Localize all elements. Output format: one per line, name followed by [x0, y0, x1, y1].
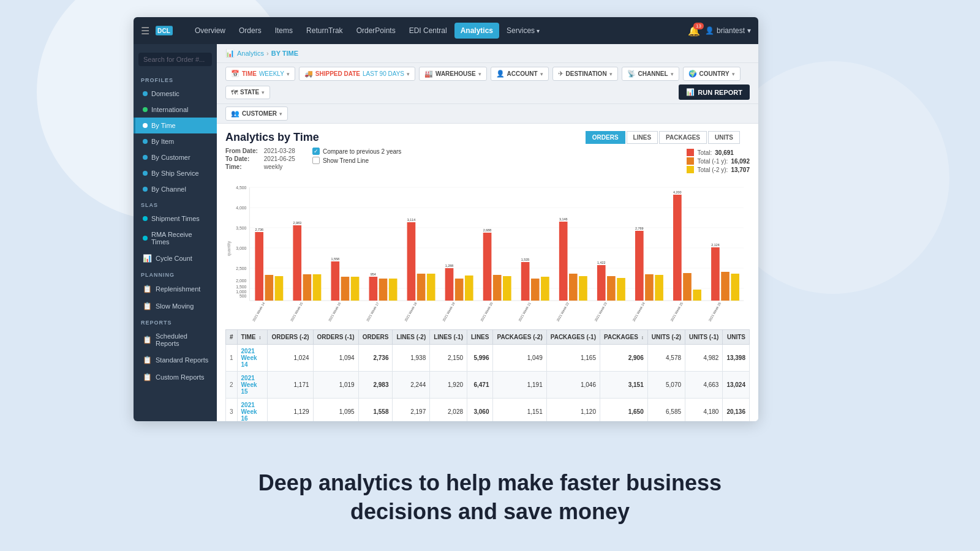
analytics-meta: From Date: 2021-03-28 To Date: 2021-06-2…	[225, 148, 295, 171]
legend-total-minus2: Total (-2 y): 13,707	[687, 166, 750, 173]
col-units[interactable]: UNITS	[723, 330, 750, 345]
cell-pkg2: 1,191	[493, 372, 546, 399]
cell-lin1: 2,028	[430, 399, 467, 422]
legend-total-value: 30,691	[715, 149, 734, 156]
chevron-down-icon: ▾	[279, 111, 282, 117]
table-header-row: # TIME ↕ ORDERS (-2) ORDERS (-1) ORDERS …	[226, 330, 750, 345]
svg-rect-3	[687, 157, 694, 165]
cell-time[interactable]: 2021 Week 16	[237, 399, 268, 422]
warehouse-filter-label: WAREHOUSE	[435, 70, 476, 77]
sidebar-item-slow-moving[interactable]: 📋 Slow Moving	[134, 298, 217, 315]
legend-total-minus1: Total (-1 y): 16,092	[687, 157, 750, 165]
account-filter[interactable]: 👤 ACCOUNT ▾	[491, 67, 549, 81]
col-orders-1[interactable]: ORDERS (-1)	[313, 330, 358, 345]
sidebar-item-rma-receive[interactable]: RMA Receive Times	[134, 227, 217, 250]
sidebar-search-input[interactable]	[138, 53, 212, 66]
destination-filter[interactable]: ✈ DESTINATION ▾	[552, 67, 618, 81]
nav-returntrak[interactable]: ReturnTrak	[300, 23, 349, 39]
channel-filter[interactable]: 📡 CHANNEL ▾	[622, 67, 679, 81]
col-packages[interactable]: PACKAGES ↕	[600, 330, 648, 345]
user-menu[interactable]: briantest ▾	[705, 26, 751, 35]
nav-analytics[interactable]: Analytics	[454, 23, 499, 39]
tab-lines[interactable]: LINES	[627, 131, 658, 144]
sidebar-item-by-channel[interactable]: By Channel	[134, 181, 217, 197]
sidebar-item-by-ship-service[interactable]: By Ship Service	[134, 165, 217, 181]
tab-orders[interactable]: ORDERS	[586, 131, 625, 144]
chevron-down-icon: ▾	[671, 71, 674, 77]
svg-rect-23	[255, 232, 263, 301]
hamburger-icon[interactable]: ☰	[141, 25, 149, 37]
sidebar-item-label: International	[151, 106, 189, 113]
svg-rect-4	[687, 166, 694, 173]
col-lines-2[interactable]: LINES (-2)	[393, 330, 430, 345]
warehouse-filter[interactable]: 🏭 WAREHOUSE ▾	[419, 67, 487, 81]
col-packages-2[interactable]: PACKAGES (-2)	[493, 330, 546, 345]
nav-items[interactable]: Items	[269, 23, 299, 39]
svg-rect-68	[597, 265, 606, 301]
cell-pkg: 3,151	[600, 372, 648, 399]
svg-text:2,688: 2,688	[483, 228, 491, 232]
tab-packages[interactable]: PACKAGES	[659, 131, 707, 144]
account-icon: 👤	[496, 70, 505, 78]
run-report-button[interactable]: 📊 RUN REPORT	[679, 84, 750, 100]
country-filter[interactable]: 🌍 COUNTRY ▾	[683, 67, 741, 81]
sidebar-item-shipment-times[interactable]: Shipment Times	[134, 211, 217, 227]
sidebar-item-by-customer[interactable]: By Customer	[134, 149, 217, 165]
sidebar-item-standard-reports[interactable]: 📋 Standard Reports	[134, 351, 217, 369]
sidebar-item-international[interactable]: International	[134, 102, 217, 118]
col-units-1[interactable]: UNITS (-1)	[685, 330, 723, 345]
customer-filter[interactable]: 👥 CUSTOMER ▾	[225, 107, 288, 121]
sidebar-item-cycle-count[interactable]: 📊 Cycle Count	[134, 250, 217, 267]
sidebar-item-scheduled-reports[interactable]: 📋 Scheduled Reports	[134, 328, 217, 351]
shipped-date-filter[interactable]: 🚚 SHIPPED DATE LAST 90 DAYS ▾	[299, 67, 415, 81]
svg-text:3,146: 3,146	[559, 217, 567, 221]
logo: DCL	[156, 24, 176, 37]
sidebar-item-by-item[interactable]: By Item	[134, 133, 217, 149]
svg-text:quantity: quantity	[227, 241, 232, 256]
customer-icon: 👥	[231, 110, 239, 118]
col-orders-2[interactable]: ORDERS (-2)	[268, 330, 313, 345]
nav-overview[interactable]: Overview	[189, 23, 232, 39]
sidebar-item-custom-reports[interactable]: 📋 Custom Reports	[134, 369, 217, 386]
trend-checkbox[interactable]	[312, 157, 320, 164]
col-orders[interactable]: ORDERS	[358, 330, 393, 345]
nav-services[interactable]: Services	[500, 23, 546, 39]
col-lines[interactable]: LINES	[467, 330, 493, 345]
col-lines-1[interactable]: LINES (-1)	[430, 330, 467, 345]
state-filter[interactable]: 🗺 STATE ▾	[225, 86, 270, 99]
col-units-2[interactable]: UNITS (-2)	[647, 330, 685, 345]
compare-checkbox-row[interactable]: ✓ Compare to previous 2 years	[312, 148, 401, 155]
topnav: ☰ DCL Overview Orders Items ReturnTrak O…	[134, 17, 758, 44]
nav-edi[interactable]: EDI Central	[403, 23, 453, 39]
chevron-down-icon: ▾	[287, 71, 290, 77]
sidebar-item-domestic[interactable]: Domestic	[134, 86, 217, 102]
breadcrumb-icon: 📊	[225, 49, 235, 58]
data-table: # TIME ↕ ORDERS (-2) ORDERS (-1) ORDERS …	[225, 329, 750, 421]
cell-time[interactable]: 2021 Week 14	[237, 345, 268, 372]
nav-orders[interactable]: Orders	[233, 23, 268, 39]
nav-orderpoints[interactable]: OrderPoints	[350, 23, 402, 39]
trend-checkbox-row[interactable]: Show Trend Line	[312, 157, 401, 164]
svg-rect-75	[645, 274, 654, 301]
breadcrumb-parent[interactable]: Analytics	[237, 50, 264, 57]
cell-unt2: 5,070	[647, 372, 685, 399]
col-packages-1[interactable]: PACKAGES (-1)	[546, 330, 600, 345]
cell-lin: 3,060	[467, 399, 493, 422]
time-filter[interactable]: 📅 TIME WEEKLY ▾	[225, 67, 295, 81]
svg-text:2021 Week 23: 2021 Week 23	[594, 301, 607, 322]
svg-text:500: 500	[239, 294, 247, 298]
tab-units[interactable]: UNITS	[708, 131, 740, 144]
cell-time[interactable]: 2021 Week 15	[237, 372, 268, 399]
packages-sort-icon: ↕	[641, 335, 644, 340]
compare-checkbox[interactable]: ✓	[312, 148, 320, 155]
sidebar-item-replenishment[interactable]: 📋 Replenishment	[134, 280, 217, 298]
sidebar-item-label: By Ship Service	[151, 170, 199, 177]
notification-bell[interactable]: 🔔 13	[688, 25, 700, 37]
col-time[interactable]: TIME ↕	[237, 330, 268, 345]
svg-text:2,983: 2,983	[293, 221, 301, 225]
country-icon: 🌍	[688, 70, 697, 78]
time-filter-label: TIME	[242, 70, 257, 77]
chevron-down-icon: ▾	[478, 71, 481, 77]
svg-rect-85	[721, 272, 729, 301]
sidebar-item-by-time[interactable]: By Time	[134, 118, 217, 133]
